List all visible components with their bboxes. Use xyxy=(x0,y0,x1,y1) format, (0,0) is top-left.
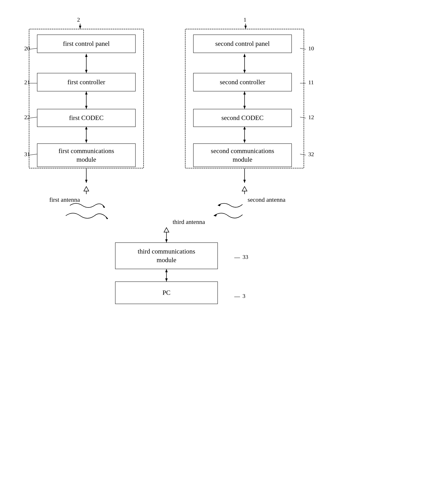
svg-marker-33 xyxy=(105,216,108,219)
svg-marker-28 xyxy=(84,187,89,191)
svg-marker-42 xyxy=(165,269,168,272)
svg-text:1: 1 xyxy=(243,16,246,23)
second-codec-label: second CODEC xyxy=(221,114,263,122)
first-control-panel-label: first control panel xyxy=(63,39,110,48)
svg-marker-36 xyxy=(164,228,169,232)
svg-marker-39 xyxy=(165,239,168,242)
third-comm-module-box: third communications module xyxy=(115,242,218,269)
svg-marker-25 xyxy=(85,180,88,183)
pc-box: PC xyxy=(115,281,218,304)
second-controller-box: second controller xyxy=(193,73,292,92)
third-comm-module-label: third communications module xyxy=(138,247,195,264)
second-controller-label: second controller xyxy=(220,78,265,87)
svg-text:second antenna: second antenna xyxy=(248,196,286,203)
second-control-panel-label: second control panel xyxy=(215,39,270,48)
svg-marker-2 xyxy=(79,26,81,29)
svg-text:third antenna: third antenna xyxy=(173,218,205,225)
first-comm-module-label: first communications module xyxy=(58,147,114,164)
first-controller-label: first controller xyxy=(67,78,105,87)
first-codec-label: first CODEC xyxy=(69,114,104,122)
svg-marker-32 xyxy=(102,205,105,208)
second-comm-module-box: second communications module xyxy=(193,143,292,167)
svg-marker-5 xyxy=(244,26,247,29)
svg-text:12: 12 xyxy=(308,114,314,120)
second-codec-box: second CODEC xyxy=(193,109,292,127)
svg-marker-35 xyxy=(214,214,217,217)
svg-marker-27 xyxy=(243,180,246,183)
second-control-panel-box: second control panel xyxy=(193,34,292,53)
svg-marker-41 xyxy=(165,278,168,281)
svg-text:2: 2 xyxy=(77,16,80,23)
svg-marker-34 xyxy=(218,204,221,206)
first-controller-box: first controller xyxy=(37,73,136,92)
svg-text:10: 10 xyxy=(308,45,314,52)
first-comm-module-box: first communications module xyxy=(37,143,136,167)
svg-text:11: 11 xyxy=(308,79,314,85)
svg-text:32: 32 xyxy=(308,151,314,157)
svg-marker-30 xyxy=(242,187,247,191)
svg-text:33: 33 xyxy=(242,254,248,260)
first-control-panel-box: first control panel xyxy=(37,34,136,53)
pc-label: PC xyxy=(162,288,170,297)
second-comm-module-label: second communications module xyxy=(211,147,274,164)
diagram-container: 2 1 xyxy=(16,12,432,489)
svg-text:3: 3 xyxy=(242,293,245,299)
svg-text:first antenna: first antenna xyxy=(49,196,80,203)
first-codec-box: first CODEC xyxy=(37,109,136,127)
